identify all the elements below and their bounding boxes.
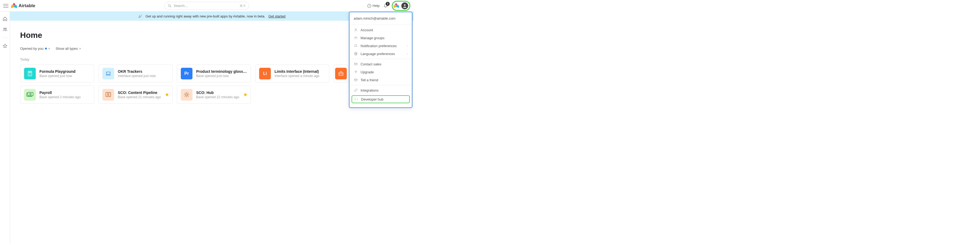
- sparkle-icon: [354, 70, 358, 74]
- menu-item-account[interactable]: Account: [350, 26, 412, 34]
- base-card[interactable]: SCO: Content Pipeline Base opened 21 min…: [99, 86, 173, 104]
- card-title: Formula Playground: [40, 69, 75, 74]
- svg-point-7: [141, 15, 141, 15]
- menu-item-integrations[interactable]: Integrations: [350, 86, 412, 94]
- active-dot-icon: [45, 48, 47, 49]
- menu-item-contact-sales[interactable]: Contact sales: [350, 60, 412, 68]
- people-icon: [354, 36, 358, 40]
- menu-item-language-prefs[interactable]: Language preferences ›: [350, 50, 412, 58]
- home-icon[interactable]: [3, 16, 7, 21]
- search-shortcut: ⌘ K: [240, 4, 246, 8]
- base-card[interactable]: Pr Product terminology glossary Base ope…: [177, 65, 251, 82]
- menu-label: Integrations: [361, 89, 379, 92]
- menu-item-upgrade[interactable]: Upgrade: [350, 68, 412, 76]
- account-email: adam.minich@airtable.com: [350, 15, 412, 24]
- star-icon[interactable]: [243, 93, 248, 97]
- content-area: Get up and running right away with new p…: [10, 12, 414, 244]
- filter-types-label: Show all types: [56, 47, 78, 51]
- person-icon: [354, 28, 358, 32]
- base-card[interactable]: Payroll Base opened 2 minutes ago: [20, 86, 94, 104]
- star-icon[interactable]: [3, 44, 7, 48]
- svg-line-1: [170, 6, 171, 7]
- menu-label: Account: [361, 28, 373, 32]
- svg-line-33: [188, 93, 188, 93]
- base-card[interactable]: OKR Trackers Interface opened just now: [99, 65, 173, 82]
- svg-point-16: [30, 74, 30, 75]
- banner-link[interactable]: Get started: [269, 14, 285, 18]
- search-placeholder: Search...: [173, 4, 237, 8]
- menu-label: Contact sales: [361, 62, 382, 66]
- user-avatar[interactable]: [401, 2, 409, 10]
- svg-point-35: [355, 29, 356, 30]
- page-title: Home: [20, 31, 403, 40]
- card-title: OKR Trackers: [118, 69, 156, 74]
- base-card[interactable]: Li Limits Interface (Internal) Interface…: [255, 65, 329, 82]
- book-icon: [102, 89, 114, 101]
- notification-badge: 8: [386, 2, 390, 6]
- base-card[interactable]: [334, 65, 348, 82]
- svg-rect-23: [28, 92, 33, 96]
- chevron-down-icon: ▾: [80, 47, 81, 50]
- menu-item-developer-hub[interactable]: Developer hub: [352, 95, 410, 103]
- menu-label: Developer hub: [361, 97, 383, 101]
- help-icon: ?: [367, 4, 371, 8]
- search-icon: [168, 4, 172, 8]
- svg-point-15: [29, 74, 29, 75]
- menu-label: Notification preferences: [361, 44, 397, 48]
- rail-divider: [2, 38, 8, 38]
- sun-icon: [181, 89, 192, 101]
- star-icon[interactable]: [165, 93, 169, 97]
- menu-label: Tell a friend: [361, 78, 378, 82]
- airtable-logo-icon: [11, 3, 17, 9]
- people-icon[interactable]: [3, 27, 7, 32]
- calculator-icon: [24, 68, 36, 79]
- banner-text: Get up and running right away with new p…: [146, 14, 265, 18]
- menu-item-tell-friend[interactable]: Tell a friend: [350, 76, 412, 84]
- base-card[interactable]: SCO: Hub Base opened 22 minutes ago: [177, 86, 251, 104]
- filter-show-types[interactable]: Show all types ▾: [56, 47, 81, 51]
- svg-line-31: [188, 96, 188, 97]
- svg-point-25: [186, 93, 188, 96]
- app-header: Airtable Search... ⌘ K ? Help 8: [0, 0, 414, 12]
- chevron-down-icon: ▾: [48, 47, 50, 50]
- help-label: Help: [372, 4, 380, 8]
- svg-point-36: [355, 37, 356, 38]
- person-icon: [402, 3, 407, 8]
- filter-opened-by[interactable]: Opened by you ▾: [20, 47, 50, 51]
- card-title: Limits Interface (Internal): [275, 69, 320, 74]
- menu-item-manage-groups[interactable]: Manage groups: [350, 34, 412, 42]
- notifications-button[interactable]: 8: [383, 3, 388, 8]
- svg-point-12: [29, 74, 29, 74]
- card-title: SCO: Content Pipeline: [118, 90, 161, 95]
- bell-icon: [354, 44, 358, 48]
- section-label-today: Today: [20, 57, 403, 62]
- chevron-right-icon: ›: [407, 52, 408, 55]
- base-card[interactable]: Formula Playground Base opened just now: [20, 65, 94, 82]
- mail-icon: [354, 62, 358, 66]
- card-subtitle: Interface opened a minute ago: [275, 74, 320, 78]
- card-subtitle: Base opened 22 minutes ago: [196, 95, 239, 99]
- base-initials-icon: Pr: [181, 68, 192, 79]
- menu-item-notification-prefs[interactable]: Notification preferences ›: [350, 42, 412, 50]
- svg-rect-41: [355, 63, 357, 65]
- menu-label: Language preferences: [361, 52, 395, 56]
- chevron-right-icon: ›: [407, 44, 408, 48]
- account-avatar-group[interactable]: [392, 1, 410, 11]
- menu-label: Manage groups: [361, 36, 384, 40]
- search-input[interactable]: Search... ⌘ K: [164, 2, 249, 10]
- svg-point-4: [404, 4, 406, 6]
- brand[interactable]: Airtable: [11, 3, 35, 9]
- card-title: SCO: Hub: [196, 90, 239, 95]
- help-button[interactable]: ? Help: [367, 4, 380, 8]
- cards-row: Payroll Base opened 2 minutes ago SCO: C…: [20, 86, 403, 104]
- cards-row: Formula Playground Base opened just now …: [20, 65, 403, 82]
- svg-rect-18: [107, 72, 110, 74]
- brand-name: Airtable: [19, 3, 35, 8]
- card-subtitle: Base opened 21 minutes ago: [118, 95, 161, 99]
- link-icon: [354, 88, 358, 92]
- svg-point-17: [30, 74, 31, 75]
- briefcase-icon: [335, 68, 347, 79]
- menu-toggle-button[interactable]: [3, 4, 8, 8]
- card-subtitle: Interface opened just now: [118, 74, 156, 78]
- card-title: Payroll: [40, 90, 81, 95]
